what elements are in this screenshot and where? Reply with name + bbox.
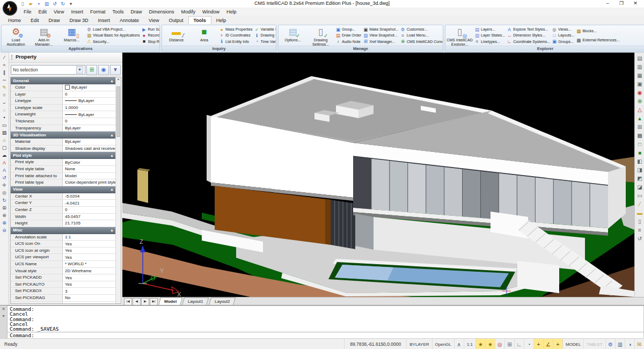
- esnap-icon[interactable]: +: [533, 339, 543, 349]
- external-references-button[interactable]: ▩External References...: [576, 37, 619, 43]
- ucs-origin-icon[interactable]: ⊕: [636, 98, 643, 105]
- load-vba-project-button[interactable]: ⚙Load VBA Project...: [86, 26, 140, 32]
- property-value[interactable]: -4.0421: [63, 200, 116, 206]
- tool-spline-icon[interactable]: ≈: [1, 62, 8, 69]
- property-value[interactable]: ByLayer: [63, 125, 116, 132]
- tool-text-icon[interactable]: A: [1, 159, 8, 166]
- render-icon[interactable]: ⁄: [636, 201, 643, 208]
- property-value[interactable]: 45.0457: [63, 214, 116, 220]
- stop-recording-button[interactable]: ■Stop Recording: [141, 39, 159, 45]
- undo-icon[interactable]: ↺: [52, 1, 58, 7]
- snap-icon[interactable]: ◎: [495, 339, 504, 349]
- draw-order-button[interactable]: ▤Draw Order: [335, 32, 361, 38]
- command-input[interactable]: Command:: [8, 332, 643, 338]
- opengl-button[interactable]: OpenGL: [432, 339, 454, 349]
- coordinate-systems-button[interactable]: ∟Coordinate Systems...: [507, 39, 550, 45]
- app-logo-icon[interactable]: [3, 1, 17, 16]
- add-in-manager-button[interactable]: ▤⚙Add-In Manager...: [31, 26, 57, 45]
- tool-ellipse-icon[interactable]: ◌: [1, 107, 8, 114]
- polar-icon[interactable]: ◔: [524, 339, 533, 349]
- cms-intellicad-explorer-button[interactable]: ▯◎CMS IntelliCAD Explorer...: [447, 26, 473, 45]
- menu-edit[interactable]: Edit: [35, 9, 50, 15]
- next-tab-button[interactable]: ▶: [141, 298, 149, 306]
- view-ne-icon[interactable]: ▩: [636, 132, 643, 140]
- maximize-button[interactable]: ❐: [618, 0, 625, 7]
- property-value[interactable]: 21.7105: [63, 220, 116, 227]
- tool-zoom-back-icon[interactable]: ↻: [1, 197, 8, 204]
- tool-zoom-out-icon[interactable]: ⊖: [1, 227, 8, 234]
- property-panel-title[interactable]: Property: [9, 53, 122, 63]
- menu-help[interactable]: Help: [223, 9, 240, 15]
- property-value[interactable]: ByLayer: [63, 98, 116, 104]
- layout-tab-layout2[interactable]: Layout2: [208, 297, 236, 306]
- tab-edit[interactable]: Edit: [26, 17, 44, 24]
- property-value[interactable]: 1:1: [63, 234, 116, 241]
- ortho-icon[interactable]: ∟: [514, 339, 524, 349]
- layout-tab-layout1[interactable]: Layout1: [182, 297, 209, 306]
- record-script-button[interactable]: ●Record Script...: [141, 32, 159, 38]
- collapse-icon[interactable]: ▲: [110, 79, 114, 83]
- group-button[interactable]: ▣Group...: [335, 26, 361, 32]
- tool-region-icon[interactable]: ⌂: [1, 137, 8, 144]
- view-bottom-icon[interactable]: ■: [636, 149, 643, 157]
- property-value[interactable]: ByLayer: [63, 84, 116, 91]
- select-entities-button[interactable]: ⊞: [86, 65, 97, 75]
- collapse-icon[interactable]: ▲: [110, 133, 114, 137]
- estrack-icon[interactable]: ∠: [543, 339, 553, 349]
- named-views-icon[interactable]: ▦: [636, 72, 643, 79]
- tool-boundary-icon[interactable]: ▢: [1, 144, 8, 151]
- security-button[interactable]: ⚠Security...: [86, 39, 140, 45]
- quick-select-button[interactable]: ◉: [98, 65, 109, 75]
- filter-button[interactable]: ▼: [110, 65, 121, 75]
- model-space-button[interactable]: MODEL: [562, 339, 583, 349]
- annotation-autoscale-icon[interactable]: ★: [485, 339, 495, 349]
- first-tab-button[interactable]: |◀: [124, 298, 132, 306]
- menu-tools[interactable]: Tools: [109, 9, 127, 15]
- tool-zoom-window-icon[interactable]: ⊞: [1, 205, 8, 212]
- hide-icon[interactable]: ▯: [636, 218, 643, 226]
- macros-button[interactable]: ▦▯Macros...: [58, 26, 85, 45]
- distance-button[interactable]: ▬⁄Distance: [163, 26, 189, 45]
- property-value[interactable]: Yes: [63, 254, 116, 260]
- view-left-icon[interactable]: ◧: [636, 158, 643, 165]
- tool-zoom-in-icon[interactable]: ⊕: [1, 220, 8, 227]
- bylayer-button[interactable]: BYLAYER: [406, 339, 431, 349]
- grid-icon[interactable]: ⊞: [504, 339, 514, 349]
- layers-button[interactable]: ▤Layers...: [474, 26, 505, 32]
- layouts-button[interactable]: □Layouts...: [552, 32, 574, 38]
- tab-draw-3d[interactable]: Draw 3D: [65, 17, 93, 24]
- tab-draw[interactable]: Draw: [44, 17, 65, 24]
- view-rotate-icon[interactable]: ⊞: [636, 123, 643, 131]
- chevron-down-icon[interactable]: ▼: [76, 66, 83, 74]
- linetypes-button[interactable]: ≡Linetypes...: [474, 39, 505, 45]
- tool-zoom-dynamic-icon[interactable]: ⊕: [1, 212, 8, 219]
- property-value[interactable]: Shadows cast and received: [63, 146, 116, 152]
- orbit-icon[interactable]: ↺: [636, 235, 643, 243]
- property-value[interactable]: ByLayer: [63, 139, 116, 145]
- property-value[interactable]: No: [63, 295, 116, 301]
- property-value[interactable]: -5.0204: [63, 193, 116, 200]
- explore-text-styles-button[interactable]: AExplore Text Styles...: [507, 26, 550, 32]
- customize-quick-access-icon[interactable]: ▾: [68, 1, 74, 7]
- cms-intellicad-converter-button[interactable]: ⊕CMS IntelliCAD Converter...: [400, 39, 443, 45]
- minimize-button[interactable]: –: [604, 0, 611, 7]
- tab-help[interactable]: Help: [211, 17, 231, 24]
- menu-insert[interactable]: Insert: [68, 9, 86, 15]
- audio-note-button[interactable]: ♪Audio Note: [335, 39, 361, 45]
- tool-polyline-icon[interactable]: ∼: [1, 77, 8, 84]
- menu-window[interactable]: Window: [199, 9, 223, 15]
- property-value[interactable]: ByColor: [63, 159, 116, 165]
- load-application-button[interactable]: ⚙⚙Load Application: [3, 26, 29, 45]
- shade-icon[interactable]: ▬: [636, 209, 643, 217]
- selection-combobox[interactable]: No selection ▼: [11, 65, 85, 75]
- time-variables-button[interactable]: ◔Time Variables: [254, 39, 276, 45]
- visual-basic-for-applications-button[interactable]: ▦Visual Basic for Applications: [86, 32, 140, 38]
- property-value[interactable]: Yes: [63, 248, 116, 254]
- property-value[interactable]: Yes: [63, 302, 116, 303]
- section-header-misc[interactable]: Misc▲: [11, 227, 116, 234]
- tool-multiline-icon[interactable]: ∥: [1, 69, 8, 76]
- customize-button[interactable]: ⚙Customize...: [400, 26, 443, 32]
- load-menu-button[interactable]: ≡Load Menu...: [400, 32, 443, 38]
- id-coordinates-button[interactable]: +ID Coordinates: [219, 32, 253, 38]
- lwt-icon[interactable]: +: [553, 339, 562, 349]
